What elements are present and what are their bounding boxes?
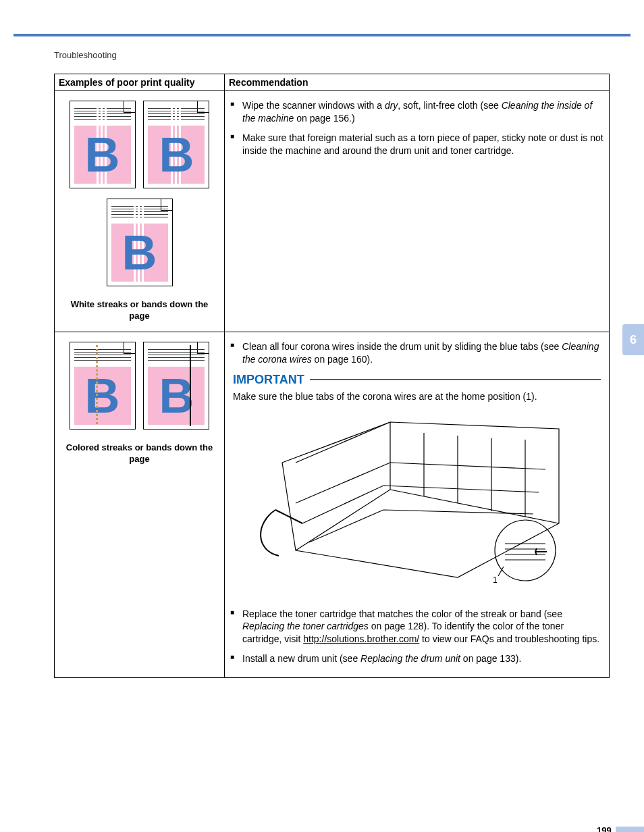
recommendation-list: Replace the toner cartridge that matches… <box>230 608 603 666</box>
printer-diagram-icon: 1 <box>255 409 579 600</box>
section-header: Troubleshooting <box>54 50 644 60</box>
table-row: B B B White streaks or bands down the pa… <box>55 91 610 332</box>
list-item: Clean all four corona wires inside the d… <box>230 340 603 366</box>
example-colored-streaks: B B Colored streaks or bands down the pa… <box>60 338 219 465</box>
recommendation-list: Clean all four corona wires inside the d… <box>230 340 603 366</box>
col-header-recommendation: Recommendation <box>225 74 610 91</box>
hyperlink[interactable]: http://solutions.brother.com/ <box>303 633 419 644</box>
sample-page-icon: B <box>143 342 209 430</box>
chapter-tab: 6 <box>622 324 644 355</box>
text: Replace the toner cartridge that matches… <box>242 608 562 619</box>
important-callout: IMPORTANT Make sure the blue tabs of the… <box>233 373 601 600</box>
col-header-examples: Examples of poor print quality <box>55 74 225 91</box>
table-row: B B Colored streaks or bands down the pa… <box>55 332 610 677</box>
sample-page-icon: B <box>143 101 209 188</box>
sample-page-icon: B <box>107 199 173 286</box>
example-caption: Colored streaks or bands down the page <box>63 442 216 465</box>
text: Install a new drum unit (see <box>242 653 360 664</box>
recommendation-list: Wipe the scanner windows with a dry, sof… <box>230 99 603 157</box>
text: Clean all four corona wires inside the d… <box>242 341 562 352</box>
emphasis: dry <box>385 100 398 111</box>
example-white-streaks: B B B White streaks or bands down the pa… <box>60 97 219 322</box>
list-item: Replace the toner cartridge that matches… <box>230 608 603 646</box>
text: on page 160). <box>312 354 373 365</box>
important-label: IMPORTANT <box>233 373 310 387</box>
list-item: Make sure that foreign material such as … <box>230 132 603 157</box>
list-item: Wipe the scanner windows with a dry, sof… <box>230 99 603 125</box>
list-item: Install a new drum unit (see Replacing t… <box>230 652 603 665</box>
page-number-stub <box>616 827 644 832</box>
page-number-bar: 199 <box>597 825 644 832</box>
important-rule <box>310 379 601 380</box>
figure-callout-label: 1 <box>493 575 498 585</box>
cross-ref: Replacing the toner cartridges <box>242 621 369 631</box>
top-rule <box>14 34 630 36</box>
text: Wipe the scanner windows with a <box>242 100 385 111</box>
example-caption: White streaks or bands down the page <box>63 299 216 322</box>
cross-ref: Replacing the drum unit <box>360 653 460 664</box>
troubleshooting-table: Examples of poor print quality Recommend… <box>54 74 610 678</box>
text: on page 156.) <box>294 113 354 124</box>
important-text: Make sure the blue tabs of the corona wi… <box>233 391 601 402</box>
page-number: 199 <box>597 825 612 833</box>
sample-page-icon: B <box>70 342 136 430</box>
text: to view our FAQs and troubleshooting tip… <box>419 633 599 644</box>
svg-point-0 <box>495 520 556 581</box>
sample-page-icon: B <box>70 101 136 188</box>
text: , soft, lint-free cloth (see <box>398 100 501 111</box>
text: on page 133). <box>460 653 521 664</box>
